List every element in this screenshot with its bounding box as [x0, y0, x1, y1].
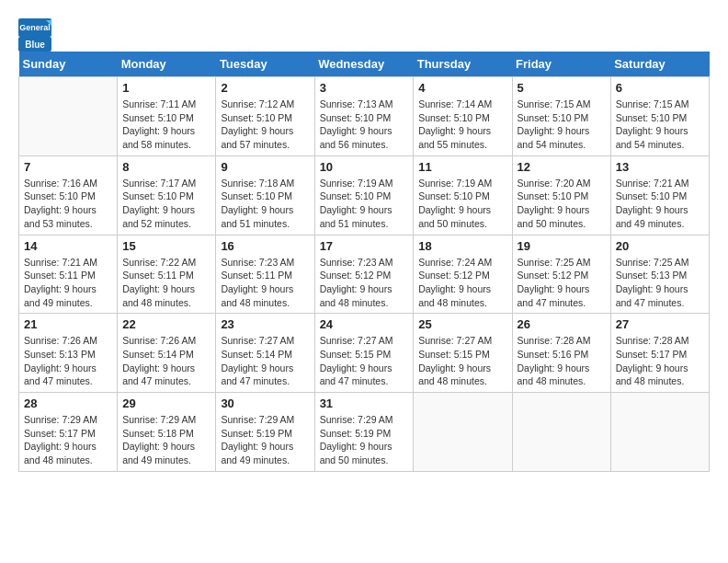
calendar-week-row: 14Sunrise: 7:21 AM Sunset: 5:11 PM Dayli…	[19, 235, 710, 314]
calendar-cell: 7Sunrise: 7:16 AM Sunset: 5:10 PM Daylig…	[19, 155, 118, 235]
calendar-header-friday: Friday	[512, 52, 610, 77]
calendar-cell	[19, 77, 118, 156]
calendar-cell: 15Sunrise: 7:22 AM Sunset: 5:11 PM Dayli…	[118, 235, 216, 314]
day-number: 25	[418, 317, 506, 331]
calendar-cell: 31Sunrise: 7:29 AM Sunset: 5:19 PM Dayli…	[314, 393, 414, 472]
day-number: 21	[24, 317, 112, 331]
day-number: 7	[24, 160, 112, 174]
day-info: Sunrise: 7:26 AM Sunset: 5:14 PM Dayligh…	[122, 334, 210, 388]
day-info: Sunrise: 7:21 AM Sunset: 5:10 PM Dayligh…	[616, 177, 704, 231]
day-number: 1	[122, 81, 210, 95]
day-info: Sunrise: 7:19 AM Sunset: 5:10 PM Dayligh…	[418, 177, 506, 231]
calendar-cell: 29Sunrise: 7:29 AM Sunset: 5:18 PM Dayli…	[118, 393, 216, 472]
calendar-cell	[610, 393, 709, 472]
day-number: 13	[616, 160, 704, 174]
day-number: 10	[320, 160, 409, 174]
calendar-cell: 10Sunrise: 7:19 AM Sunset: 5:10 PM Dayli…	[314, 155, 414, 235]
calendar-cell: 22Sunrise: 7:26 AM Sunset: 5:14 PM Dayli…	[118, 314, 216, 393]
calendar-cell: 6Sunrise: 7:15 AM Sunset: 5:10 PM Daylig…	[610, 77, 709, 156]
day-number: 29	[122, 396, 210, 410]
day-number: 12	[518, 160, 606, 174]
calendar-week-row: 1Sunrise: 7:11 AM Sunset: 5:10 PM Daylig…	[19, 77, 710, 156]
day-number: 11	[418, 160, 506, 174]
day-info: Sunrise: 7:16 AM Sunset: 5:10 PM Dayligh…	[24, 177, 112, 231]
calendar-cell: 1Sunrise: 7:11 AM Sunset: 5:10 PM Daylig…	[118, 77, 216, 156]
calendar-cell: 2Sunrise: 7:12 AM Sunset: 5:10 PM Daylig…	[216, 77, 314, 156]
day-info: Sunrise: 7:25 AM Sunset: 5:13 PM Dayligh…	[616, 256, 704, 310]
calendar-cell: 8Sunrise: 7:17 AM Sunset: 5:10 PM Daylig…	[118, 155, 216, 235]
svg-text:Blue: Blue	[25, 40, 45, 50]
day-info: Sunrise: 7:11 AM Sunset: 5:10 PM Dayligh…	[122, 98, 210, 152]
day-info: Sunrise: 7:22 AM Sunset: 5:11 PM Dayligh…	[122, 256, 210, 310]
calendar-cell: 3Sunrise: 7:13 AM Sunset: 5:10 PM Daylig…	[314, 77, 414, 156]
day-info: Sunrise: 7:28 AM Sunset: 5:16 PM Dayligh…	[518, 334, 606, 388]
calendar-cell: 21Sunrise: 7:26 AM Sunset: 5:13 PM Dayli…	[19, 314, 118, 393]
day-info: Sunrise: 7:27 AM Sunset: 5:15 PM Dayligh…	[320, 334, 409, 388]
day-info: Sunrise: 7:15 AM Sunset: 5:10 PM Dayligh…	[518, 98, 606, 152]
day-info: Sunrise: 7:27 AM Sunset: 5:15 PM Dayligh…	[418, 334, 506, 388]
calendar-cell	[414, 393, 512, 472]
day-number: 24	[320, 317, 409, 331]
calendar-cell: 23Sunrise: 7:27 AM Sunset: 5:14 PM Dayli…	[216, 314, 314, 393]
day-number: 19	[518, 239, 606, 253]
day-number: 4	[418, 81, 506, 95]
calendar-week-row: 28Sunrise: 7:29 AM Sunset: 5:17 PM Dayli…	[19, 393, 710, 472]
day-info: Sunrise: 7:27 AM Sunset: 5:14 PM Dayligh…	[221, 334, 309, 388]
day-info: Sunrise: 7:14 AM Sunset: 5:10 PM Dayligh…	[418, 98, 506, 152]
calendar-week-row: 7Sunrise: 7:16 AM Sunset: 5:10 PM Daylig…	[19, 155, 710, 235]
calendar-header-thursday: Thursday	[414, 52, 512, 77]
day-number: 28	[24, 396, 112, 410]
logo: General Blue	[18, 18, 51, 52]
calendar-week-row: 21Sunrise: 7:26 AM Sunset: 5:13 PM Dayli…	[19, 314, 710, 393]
calendar-cell: 25Sunrise: 7:27 AM Sunset: 5:15 PM Dayli…	[414, 314, 512, 393]
day-number: 18	[418, 239, 506, 253]
calendar-cell: 17Sunrise: 7:23 AM Sunset: 5:12 PM Dayli…	[314, 235, 414, 314]
day-info: Sunrise: 7:23 AM Sunset: 5:12 PM Dayligh…	[320, 256, 409, 310]
calendar-header-tuesday: Tuesday	[216, 52, 314, 77]
day-info: Sunrise: 7:15 AM Sunset: 5:10 PM Dayligh…	[616, 98, 704, 152]
day-info: Sunrise: 7:21 AM Sunset: 5:11 PM Dayligh…	[24, 256, 112, 310]
day-info: Sunrise: 7:29 AM Sunset: 5:19 PM Dayligh…	[320, 413, 409, 467]
day-info: Sunrise: 7:29 AM Sunset: 5:17 PM Dayligh…	[24, 413, 112, 467]
calendar-cell: 16Sunrise: 7:23 AM Sunset: 5:11 PM Dayli…	[216, 235, 314, 314]
calendar-cell: 27Sunrise: 7:28 AM Sunset: 5:17 PM Dayli…	[610, 314, 709, 393]
day-number: 3	[320, 81, 409, 95]
day-number: 16	[221, 239, 309, 253]
day-number: 5	[518, 81, 606, 95]
calendar-cell: 13Sunrise: 7:21 AM Sunset: 5:10 PM Dayli…	[610, 155, 709, 235]
calendar-header-wednesday: Wednesday	[314, 52, 414, 77]
calendar-cell: 9Sunrise: 7:18 AM Sunset: 5:10 PM Daylig…	[216, 155, 314, 235]
calendar-header-row: SundayMondayTuesdayWednesdayThursdayFrid…	[19, 52, 710, 77]
calendar-cell: 14Sunrise: 7:21 AM Sunset: 5:11 PM Dayli…	[19, 235, 118, 314]
calendar-cell: 20Sunrise: 7:25 AM Sunset: 5:13 PM Dayli…	[610, 235, 709, 314]
calendar-cell: 18Sunrise: 7:24 AM Sunset: 5:12 PM Dayli…	[414, 235, 512, 314]
calendar-cell: 26Sunrise: 7:28 AM Sunset: 5:16 PM Dayli…	[512, 314, 610, 393]
day-number: 31	[320, 396, 409, 410]
day-number: 26	[518, 317, 606, 331]
day-number: 27	[616, 317, 704, 331]
svg-text:General: General	[19, 23, 51, 32]
day-info: Sunrise: 7:17 AM Sunset: 5:10 PM Dayligh…	[122, 177, 210, 231]
calendar-cell: 5Sunrise: 7:15 AM Sunset: 5:10 PM Daylig…	[512, 77, 610, 156]
day-info: Sunrise: 7:23 AM Sunset: 5:11 PM Dayligh…	[221, 256, 309, 310]
day-number: 23	[221, 317, 309, 331]
calendar-cell: 12Sunrise: 7:20 AM Sunset: 5:10 PM Dayli…	[512, 155, 610, 235]
day-info: Sunrise: 7:26 AM Sunset: 5:13 PM Dayligh…	[24, 334, 112, 388]
day-info: Sunrise: 7:28 AM Sunset: 5:17 PM Dayligh…	[616, 334, 704, 388]
day-info: Sunrise: 7:19 AM Sunset: 5:10 PM Dayligh…	[320, 177, 409, 231]
day-info: Sunrise: 7:29 AM Sunset: 5:19 PM Dayligh…	[221, 413, 309, 467]
calendar-cell: 24Sunrise: 7:27 AM Sunset: 5:15 PM Dayli…	[314, 314, 414, 393]
calendar-table: SundayMondayTuesdayWednesdayThursdayFrid…	[18, 52, 710, 472]
day-info: Sunrise: 7:29 AM Sunset: 5:18 PM Dayligh…	[122, 413, 210, 467]
day-info: Sunrise: 7:25 AM Sunset: 5:12 PM Dayligh…	[518, 256, 606, 310]
day-number: 8	[122, 160, 210, 174]
day-number: 20	[616, 239, 704, 253]
day-number: 15	[122, 239, 210, 253]
day-number: 2	[221, 81, 309, 95]
calendar-cell: 30Sunrise: 7:29 AM Sunset: 5:19 PM Dayli…	[216, 393, 314, 472]
calendar-cell: 11Sunrise: 7:19 AM Sunset: 5:10 PM Dayli…	[414, 155, 512, 235]
calendar-header-saturday: Saturday	[610, 52, 709, 77]
general-blue-icon: General Blue	[18, 18, 51, 52]
calendar-header-monday: Monday	[118, 52, 216, 77]
day-info: Sunrise: 7:18 AM Sunset: 5:10 PM Dayligh…	[221, 177, 309, 231]
